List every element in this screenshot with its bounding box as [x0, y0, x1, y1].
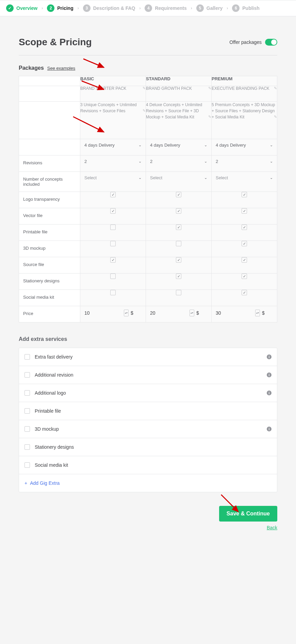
- chevron-down-icon: ⌄: [204, 176, 207, 180]
- row-mockup3d-label: 3D mockup: [19, 241, 80, 257]
- extra-row: Printable file: [19, 402, 277, 420]
- checkbox-vector-1[interactable]: [176, 208, 181, 214]
- chevron-down-icon: ⌄: [270, 159, 273, 164]
- concepts-premium[interactable]: Select⌄: [212, 172, 277, 184]
- step-number: 4: [145, 4, 152, 12]
- checkbox-vector-0[interactable]: [110, 208, 116, 214]
- price-premium-input[interactable]: [216, 310, 253, 316]
- name-standard[interactable]: BRAND GROWTH PACK✎: [146, 86, 212, 102]
- step-overview[interactable]: ✓Overview: [6, 4, 37, 12]
- row-source-label: Source file: [19, 257, 80, 274]
- packages-heading: Packages: [19, 65, 44, 71]
- row-printable-label: Printable file: [19, 225, 80, 241]
- extra-row: Stationery designs: [19, 438, 277, 456]
- delivery-basic[interactable]: 4 days Delivery⌄: [80, 139, 146, 151]
- desc-standard[interactable]: 4 Deluxe Concepts + Unlimited Revisions …: [146, 102, 212, 139]
- stepper-icon[interactable]: ▴▾: [190, 310, 194, 316]
- step-pricing[interactable]: 2Pricing: [47, 4, 73, 12]
- extra-checkbox[interactable]: [24, 390, 30, 396]
- checkbox-stationery-2[interactable]: [242, 274, 247, 279]
- extras-heading: Add extra services: [19, 336, 277, 342]
- checkbox-social-2[interactable]: [242, 290, 247, 295]
- offer-packages-toggle[interactable]: [265, 39, 277, 46]
- chevron-right-icon: ›: [42, 6, 43, 11]
- info-icon[interactable]: i: [267, 373, 272, 377]
- add-gig-extra[interactable]: +Add Gig Extra: [19, 474, 277, 492]
- step-number: ✓: [6, 4, 14, 12]
- checkbox-stationery-0[interactable]: [110, 274, 116, 279]
- concepts-basic[interactable]: Select⌄: [80, 172, 146, 184]
- extra-row: Additional revisioni: [19, 366, 277, 384]
- checkbox-stationery-1[interactable]: [176, 274, 181, 279]
- tier-standard: STANDARD: [146, 76, 212, 86]
- name-premium[interactable]: EXECUTIVE BRANDING PACK✎: [212, 86, 277, 102]
- row-social-label: Social media kit: [19, 290, 80, 306]
- pencil-icon: ✎: [274, 114, 277, 120]
- offer-packages-label: Offer packages: [229, 39, 262, 45]
- extra-label: 3D mockup: [35, 426, 59, 432]
- checkbox-source-0[interactable]: [110, 257, 116, 263]
- checkbox-printable-2[interactable]: [242, 225, 247, 230]
- info-icon[interactable]: i: [267, 427, 272, 431]
- checkbox-vector-2[interactable]: [242, 208, 247, 214]
- row-concepts-label: Number of concepts included: [19, 172, 80, 192]
- desc-basic[interactable]: 3 Unique Concepts + Unlimited Revisions …: [80, 102, 146, 139]
- row-transparency-label: Logo transparency: [19, 192, 80, 208]
- stepper-icon[interactable]: ▴▾: [124, 310, 129, 316]
- checkbox-transparency-1[interactable]: [176, 192, 181, 197]
- name-basic[interactable]: BRAND STARTER PACK✎: [80, 86, 146, 102]
- tier-premium: PREMIUM: [212, 76, 277, 86]
- extra-checkbox[interactable]: [24, 444, 30, 450]
- tier-basic: BASIC: [80, 76, 146, 86]
- extra-label: Additional revision: [35, 372, 73, 378]
- step-label: Requirements: [155, 5, 186, 11]
- packages-table: BASIC STANDARD PREMIUM BRAND STARTER PAC…: [19, 76, 277, 323]
- see-examples-link[interactable]: See examples: [47, 66, 75, 71]
- extra-checkbox[interactable]: [24, 462, 30, 468]
- revisions-standard[interactable]: 2⌄: [146, 155, 211, 167]
- chevron-right-icon: ›: [78, 6, 79, 11]
- chevron-right-icon: ›: [227, 6, 228, 11]
- step-description-faq[interactable]: 3Description & FAQ: [83, 4, 135, 12]
- checkbox-source-2[interactable]: [242, 257, 247, 263]
- delivery-premium[interactable]: 4 days Delivery⌄: [212, 139, 277, 151]
- step-publish[interactable]: 6Publish: [232, 4, 260, 12]
- checkbox-transparency-2[interactable]: [242, 192, 247, 197]
- pencil-icon: ✎: [143, 86, 146, 90]
- checkbox-mockup3d-2[interactable]: [242, 241, 247, 246]
- step-requirements[interactable]: 4Requirements: [145, 4, 186, 12]
- revisions-premium[interactable]: 2⌄: [212, 155, 277, 167]
- price-basic-input[interactable]: [84, 310, 122, 316]
- checkbox-printable-1[interactable]: [176, 225, 181, 230]
- info-icon[interactable]: i: [267, 391, 272, 395]
- checkbox-mockup3d-1[interactable]: [176, 241, 181, 246]
- chevron-down-icon: ⌄: [204, 143, 207, 147]
- revisions-basic[interactable]: 2⌄: [80, 155, 146, 167]
- checkbox-transparency-0[interactable]: [110, 192, 116, 197]
- checkbox-social-0[interactable]: [110, 290, 116, 295]
- delivery-standard[interactable]: 4 days Delivery⌄: [146, 139, 211, 151]
- checkbox-social-1[interactable]: [176, 290, 181, 295]
- checkbox-source-1[interactable]: [176, 257, 181, 263]
- extra-checkbox[interactable]: [24, 354, 30, 360]
- chevron-right-icon: ›: [139, 6, 141, 11]
- price-standard-input[interactable]: [150, 310, 187, 316]
- extra-checkbox[interactable]: [24, 408, 30, 414]
- chevron-down-icon: ⌄: [138, 143, 142, 147]
- desc-premium[interactable]: 5 Premium Concepts + 3D Mockup + Source …: [212, 102, 277, 139]
- save-continue-button[interactable]: Save & Continue: [219, 506, 277, 522]
- checkbox-printable-0[interactable]: [110, 225, 116, 230]
- checkbox-mockup3d-0[interactable]: [110, 241, 116, 246]
- chevron-down-icon: ⌄: [204, 159, 207, 164]
- step-label: Overview: [16, 5, 37, 11]
- extra-checkbox[interactable]: [24, 372, 30, 378]
- stepper-icon[interactable]: ▴▾: [255, 310, 260, 316]
- plus-icon: +: [24, 480, 27, 486]
- extra-row: Additional logoi: [19, 384, 277, 402]
- concepts-standard[interactable]: Select⌄: [146, 172, 211, 184]
- back-link[interactable]: Back: [267, 525, 277, 530]
- step-gallery[interactable]: 5Gallery: [196, 4, 223, 12]
- extra-checkbox[interactable]: [24, 426, 30, 432]
- extra-label: Social media kit: [35, 462, 68, 468]
- info-icon[interactable]: i: [267, 354, 272, 359]
